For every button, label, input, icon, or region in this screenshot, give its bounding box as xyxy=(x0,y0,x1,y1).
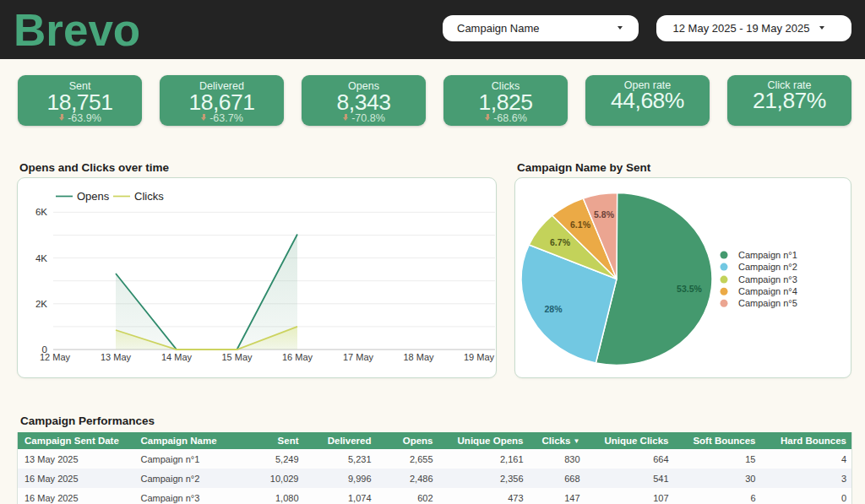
svg-text:6K: 6K xyxy=(35,207,47,217)
svg-text:5.8%: 5.8% xyxy=(594,209,615,219)
svg-text:14 May: 14 May xyxy=(161,352,193,362)
svg-text:28%: 28% xyxy=(544,304,563,314)
svg-text:Campaign n°1: Campaign n°1 xyxy=(738,250,797,260)
svg-text:15 May: 15 May xyxy=(221,352,253,362)
svg-text:Opens: Opens xyxy=(77,190,110,203)
svg-text:6.7%: 6.7% xyxy=(550,237,571,247)
svg-text:16 May: 16 May xyxy=(282,352,313,362)
svg-text:53.5%: 53.5% xyxy=(677,284,702,294)
svg-text:Campaign n°3: Campaign n°3 xyxy=(738,274,797,285)
svg-text:Campaign n°5: Campaign n°5 xyxy=(738,298,797,308)
svg-text:Clicks: Clicks xyxy=(134,190,164,203)
svg-text:19 May: 19 May xyxy=(464,352,495,362)
svg-text:6.1%: 6.1% xyxy=(570,219,591,230)
svg-text:13 May: 13 May xyxy=(101,352,132,362)
svg-text:4K: 4K xyxy=(35,253,47,263)
svg-text:2K: 2K xyxy=(35,299,47,309)
svg-text:12 May: 12 May xyxy=(40,352,71,362)
svg-text:Campaign n°4: Campaign n°4 xyxy=(738,286,797,296)
svg-text:18 May: 18 May xyxy=(403,352,434,362)
svg-text:17 May: 17 May xyxy=(343,352,374,362)
svg-text:Campaign n°2: Campaign n°2 xyxy=(738,262,797,272)
